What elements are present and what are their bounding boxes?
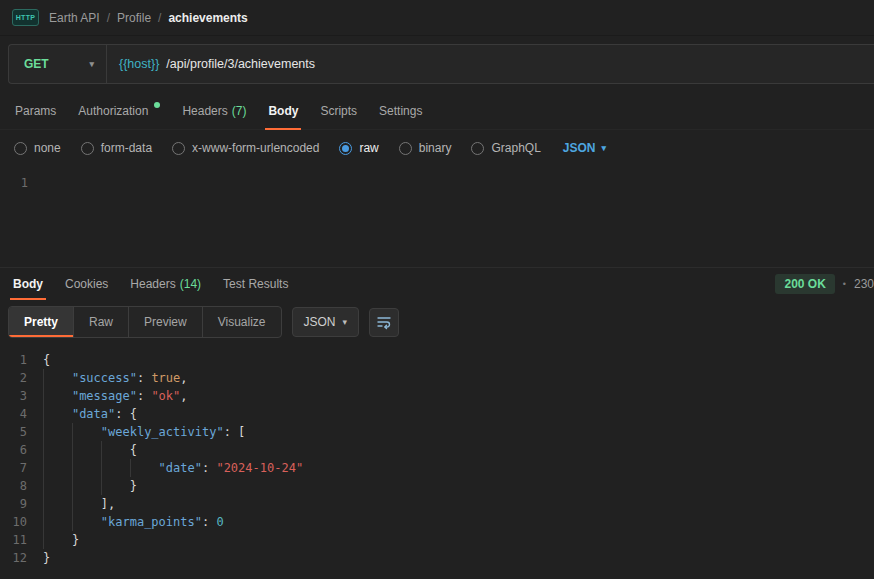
breadcrumb-segment[interactable]: Earth API — [49, 11, 100, 25]
api-client-window: HTTP Earth API/Profile/ achievements GET… — [0, 0, 874, 579]
body-type-x-www-form-urlencoded[interactable]: x-www-form-urlencoded — [172, 141, 319, 155]
request-language-selector[interactable]: JSON ▾ — [563, 141, 606, 155]
indent-guide — [72, 477, 73, 495]
radio-icon — [471, 142, 484, 155]
indent-guide — [72, 441, 73, 459]
line-number: 10 — [0, 513, 36, 531]
breadcrumb-current: achievements — [168, 11, 247, 25]
breadcrumb-segment[interactable]: Profile — [117, 11, 151, 25]
indent-guide — [43, 423, 44, 441]
response-section: BodyCookiesHeaders(14)Test Results 200 O… — [0, 267, 874, 579]
response-language-label: JSON — [304, 315, 336, 329]
code-line: 10 "karma_points": 0 — [0, 513, 874, 531]
response-language-selector[interactable]: JSON ▾ — [292, 307, 360, 337]
code-line: 7 "date": "2024-10-24" — [0, 459, 874, 477]
body-type-label: none — [34, 141, 61, 155]
radio-icon — [399, 142, 412, 155]
request-tab-authorization[interactable]: Authorization — [67, 92, 171, 129]
body-type-label: form-data — [101, 141, 152, 155]
body-type-form-data[interactable]: form-data — [81, 141, 152, 155]
body-type-binary[interactable]: binary — [399, 141, 452, 155]
indent-guide — [101, 441, 102, 459]
body-type-label: raw — [359, 141, 378, 155]
response-toolbar: PrettyRawPreviewVisualize JSON ▾ — [0, 300, 874, 344]
request-tab-scripts[interactable]: Scripts — [309, 92, 368, 129]
indent-guide — [72, 513, 73, 531]
request-tabs: ParamsAuthorizationHeaders(7)BodyScripts… — [0, 92, 874, 130]
body-type-graphql[interactable]: GraphQL — [471, 141, 540, 155]
response-tab-headers[interactable]: Headers(14) — [119, 268, 212, 300]
code-content: "date": "2024-10-24" — [36, 459, 874, 477]
topbar: HTTP Earth API/Profile/ achievements — [0, 0, 874, 36]
code-line: 8 } — [0, 477, 874, 495]
line-number: 1 — [0, 351, 36, 369]
code-line: 6 { — [0, 441, 874, 459]
indent-guide — [43, 387, 44, 405]
response-tab-cookies[interactable]: Cookies — [54, 268, 119, 300]
request-body-editor[interactable]: 1 — [0, 166, 874, 267]
request-tab-settings[interactable]: Settings — [368, 92, 433, 129]
breadcrumb-segments: Earth API/Profile/ — [49, 11, 164, 25]
indent-guide — [43, 369, 44, 387]
indent-guide — [130, 459, 131, 477]
view-mode-pretty[interactable]: Pretty — [9, 307, 74, 337]
indent-guide — [43, 513, 44, 531]
code-content: } — [36, 531, 874, 549]
indent-guide — [72, 459, 73, 477]
view-mode-preview[interactable]: Preview — [129, 307, 203, 337]
indent-guide — [43, 531, 44, 549]
line-number: 9 — [0, 495, 36, 513]
code-content: "weekly_activity": [ — [36, 423, 874, 441]
status-badge: 200 OK — [775, 274, 834, 294]
response-tabs: BodyCookiesHeaders(14)Test Results 200 O… — [0, 268, 874, 300]
line-number: 6 — [0, 441, 36, 459]
tab-label: Body — [268, 104, 298, 118]
separator-dot-icon: • — [843, 279, 846, 289]
code-content: { — [36, 441, 874, 459]
line-number: 11 — [0, 531, 36, 549]
response-meta: 200 OK • 230 — [775, 268, 874, 300]
tab-label: Headers — [130, 277, 175, 291]
code-content: ], — [36, 495, 874, 513]
method-selector[interactable]: GET ▾ — [9, 45, 107, 83]
url-input[interactable]: {{host}} /api/profile/3/achievements — [107, 45, 874, 83]
code-content: "message": "ok", — [36, 387, 874, 405]
indent-guide — [43, 405, 44, 423]
wrap-lines-button[interactable] — [369, 308, 399, 337]
tab-count: (7) — [232, 104, 247, 118]
request-tab-headers[interactable]: Headers(7) — [171, 92, 257, 129]
line-number: 2 — [0, 369, 36, 387]
response-time: 230 — [854, 277, 874, 291]
line-number: 12 — [0, 549, 36, 567]
code-line: 12} — [0, 549, 874, 567]
code-line: 1{ — [0, 351, 874, 369]
chevron-down-icon: ▾ — [602, 144, 607, 153]
body-type-row: noneform-datax-www-form-urlencodedrawbin… — [0, 130, 874, 166]
body-type-raw[interactable]: raw — [339, 141, 378, 155]
response-tab-test-results[interactable]: Test Results — [212, 268, 299, 300]
authorized-dot-icon — [154, 102, 160, 108]
code-line: 3 "message": "ok", — [0, 387, 874, 405]
method-label: GET — [24, 57, 49, 71]
code-line: 2 "success": true, — [0, 369, 874, 387]
response-body-viewer[interactable]: 1{2 "success": true,3 "message": "ok",4 … — [0, 344, 874, 579]
body-type-label: x-www-form-urlencoded — [192, 141, 319, 155]
indent-guide — [43, 495, 44, 513]
view-mode-visualize[interactable]: Visualize — [203, 307, 281, 337]
body-type-options: noneform-datax-www-form-urlencodedrawbin… — [14, 141, 541, 155]
view-mode-raw[interactable]: Raw — [74, 307, 129, 337]
code-content: } — [36, 549, 874, 567]
tab-label: Settings — [379, 104, 422, 118]
body-type-none[interactable]: none — [14, 141, 61, 155]
indent-guide — [72, 495, 73, 513]
body-type-label: GraphQL — [491, 141, 540, 155]
response-tab-body[interactable]: Body — [2, 268, 54, 300]
tab-label: Params — [15, 104, 56, 118]
request-tab-params[interactable]: Params — [4, 92, 67, 129]
body-type-label: binary — [419, 141, 452, 155]
request-tab-body[interactable]: Body — [257, 92, 309, 129]
code-line: 5 "weekly_activity": [ — [0, 423, 874, 441]
tab-label: Scripts — [320, 104, 357, 118]
tab-label: Headers — [182, 104, 227, 118]
line-number: 4 — [0, 405, 36, 423]
